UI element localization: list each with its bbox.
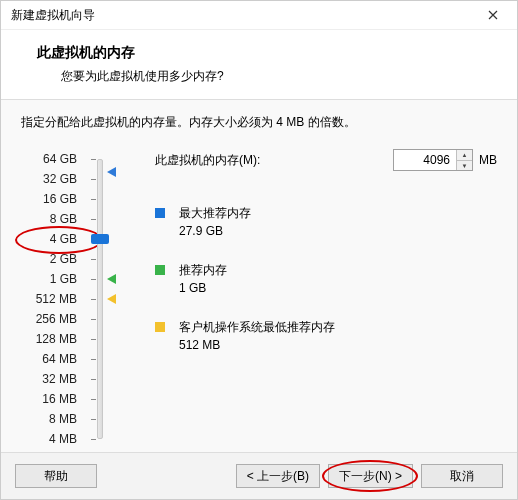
page-subheading: 您要为此虚拟机使用多少内存? [61,68,499,85]
max-recommended-block: 最大推荐内存 27.9 GB [155,205,497,238]
scale-label: 32 MB [21,369,85,389]
max-marker-icon [107,167,116,177]
slider-thumb[interactable] [91,234,109,244]
memory-area: 64 GB 32 GB 16 GB 8 GB 4 GB 2 GB 1 GB 51… [21,149,497,449]
rec-label: 推荐内存 [179,262,227,279]
min-label: 客户机操作系统最低推荐内存 [179,319,335,336]
rec-marker-icon [107,274,116,284]
scale-label: 512 MB [21,289,85,309]
scale-label: 64 GB [21,149,85,169]
page-heading: 此虚拟机的内存 [37,44,499,62]
cancel-button[interactable]: 取消 [421,464,503,488]
spinner-up-button[interactable]: ▲ [457,150,472,161]
max-value: 27.9 GB [179,224,251,238]
max-label: 最大推荐内存 [179,205,251,222]
square-icon-max [155,208,165,218]
wizard-header: 此虚拟机的内存 您要为此虚拟机使用多少内存? [1,30,517,100]
memory-field-label: 此虚拟机的内存(M): [155,152,260,169]
scale-label: 8 MB [21,409,85,429]
min-value: 512 MB [179,338,335,352]
close-icon [488,10,498,20]
scale-label: 1 GB [21,269,85,289]
memory-field-row: 此虚拟机的内存(M): ▲ ▼ MB [155,149,497,171]
slider-track [97,159,103,439]
scale-label: 256 MB [21,309,85,329]
scale-label: 16 GB [21,189,85,209]
memory-input[interactable] [394,150,456,170]
back-button[interactable]: < 上一步(B) [236,464,320,488]
scale-label: 8 GB [21,209,85,229]
recommended-block: 推荐内存 1 GB [155,262,497,295]
memory-spinner[interactable]: ▲ ▼ [393,149,473,171]
wizard-body: 指定分配给此虚拟机的内存量。内存大小必须为 4 MB 的倍数。 64 GB 32… [1,100,517,452]
memory-slider[interactable] [85,149,119,449]
memory-unit: MB [479,153,497,167]
min-recommended-block: 客户机操作系统最低推荐内存 512 MB [155,319,497,352]
spinner-down-button[interactable]: ▼ [457,161,472,171]
close-button[interactable] [473,1,513,29]
next-button[interactable]: 下一步(N) > [328,464,413,488]
scale-label: 128 MB [21,329,85,349]
info-column: 此虚拟机的内存(M): ▲ ▼ MB [119,149,497,376]
window-title: 新建虚拟机向导 [11,7,95,24]
scale-label: 4 MB [21,429,85,449]
square-icon-rec [155,265,165,275]
help-button[interactable]: 帮助 [15,464,97,488]
scale-label: 4 GB [21,229,85,249]
scale-label: 32 GB [21,169,85,189]
min-marker-icon [107,294,116,304]
rec-value: 1 GB [179,281,227,295]
scale-label: 64 MB [21,349,85,369]
titlebar: 新建虚拟机向导 [1,1,517,30]
square-icon-min [155,322,165,332]
wizard-window: 新建虚拟机向导 此虚拟机的内存 您要为此虚拟机使用多少内存? 指定分配给此虚拟机… [0,0,518,500]
wizard-footer: 帮助 < 上一步(B) 下一步(N) > 取消 [1,452,517,499]
scale-labels: 64 GB 32 GB 16 GB 8 GB 4 GB 2 GB 1 GB 51… [21,149,85,449]
scale-label: 16 MB [21,389,85,409]
instruction-text: 指定分配给此虚拟机的内存量。内存大小必须为 4 MB 的倍数。 [21,114,497,131]
scale-label: 2 GB [21,249,85,269]
